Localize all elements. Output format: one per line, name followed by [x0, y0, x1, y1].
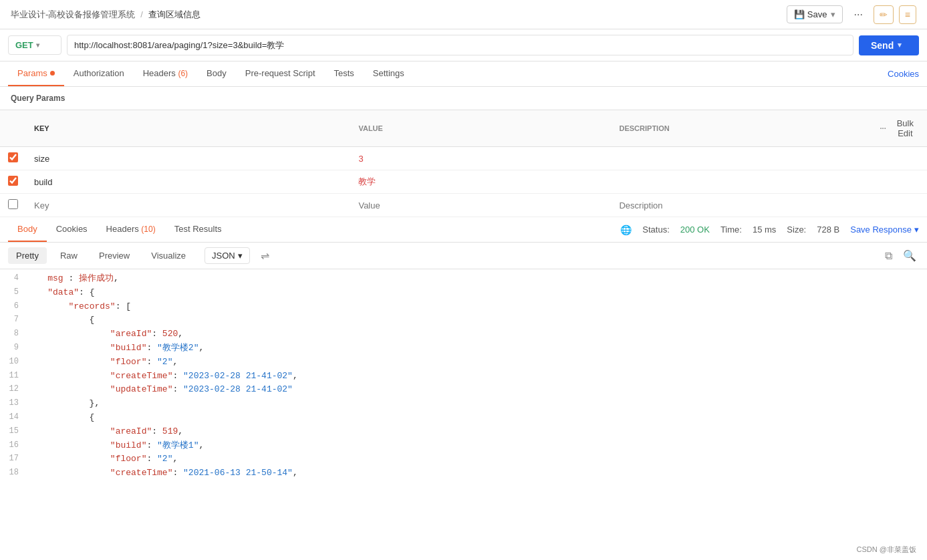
method-label: GET — [15, 40, 33, 50]
line-content-10: "floor": "2", — [27, 356, 927, 370]
url-input[interactable] — [67, 35, 853, 55]
save-response-chevron-icon: ▾ — [914, 225, 919, 235]
response-tab-test-label: Test Results — [174, 224, 222, 234]
row3-value[interactable] — [350, 194, 611, 217]
breadcrumb-1: 毕业设计-高校设备报修管理系统 — [11, 9, 135, 21]
format-raw[interactable]: Raw — [52, 247, 86, 264]
format-visualize[interactable]: Visualize — [143, 247, 194, 264]
url-bar: GET ▾ Send ▾ — [0, 29, 927, 61]
line-content-8: "areaId": 520, — [27, 327, 927, 341]
code-line-18: 18 "createTime": "2021-06-13 21-50-14", — [0, 466, 927, 480]
response-tab-body-label: Body — [17, 224, 37, 234]
line-num-5: 5 — [0, 286, 27, 299]
save-response-label: Save Response — [850, 225, 912, 235]
line-num-11: 11 — [0, 370, 27, 382]
response-tab-body[interactable]: Body — [8, 217, 47, 242]
response-tabs: Body Cookies Headers (10) Test Results 🌐… — [0, 217, 927, 243]
row1-desc — [611, 147, 872, 170]
tab-prerequest[interactable]: Pre-request Script — [236, 61, 325, 86]
json-chevron-icon: ▾ — [238, 251, 243, 261]
edit-button[interactable]: ✏ — [874, 5, 894, 24]
line-content-7: { — [27, 313, 927, 327]
response-tab-cookies[interactable]: Cookies — [47, 217, 97, 242]
tab-tests-label: Tests — [334, 68, 354, 78]
method-chevron-icon: ▾ — [36, 41, 39, 49]
params-table: KEY VALUE DESCRIPTION ··· Bulk Edit size… — [0, 110, 927, 217]
format-preview-label: Preview — [99, 251, 130, 261]
code-line-11: 11 "createTime": "2023-02-28 21-41-02", — [0, 370, 927, 384]
size-value: 728 B — [817, 225, 839, 235]
response-tab-cookies-label: Cookies — [56, 224, 88, 234]
code-viewer: 4 msg : 操作成功, 5 "data": { 6 "records": [… — [0, 269, 927, 482]
bulk-edit-button[interactable]: Bulk Edit — [892, 116, 919, 141]
search-button[interactable]: 🔍 — [900, 247, 919, 265]
send-button[interactable]: Send ▾ — [859, 35, 919, 55]
row1-checkbox[interactable] — [8, 152, 18, 162]
status-code: 200 OK — [680, 225, 710, 235]
line-content-12: "updateTime": "2023-02-28 21-41-02" — [27, 383, 927, 397]
save-button[interactable]: 💾 Save ▾ — [787, 5, 843, 23]
line-content-11: "createTime": "2023-02-28 21-41-02", — [27, 370, 927, 384]
row3-checkbox[interactable] — [8, 199, 18, 209]
tab-prerequest-label: Pre-request Script — [245, 68, 315, 78]
time-label: Time: — [720, 225, 742, 235]
th-key: KEY — [26, 110, 350, 147]
response-tab-test-results[interactable]: Test Results — [165, 217, 231, 242]
row3-desc[interactable] — [611, 194, 872, 217]
line-num-15: 15 — [0, 425, 27, 438]
line-num-13: 13 — [0, 397, 27, 410]
tab-params[interactable]: Params — [8, 61, 64, 86]
row3-key-input[interactable] — [34, 200, 342, 211]
tab-headers[interactable]: Headers (6) — [134, 61, 197, 86]
more-button[interactable]: ··· — [848, 6, 868, 23]
json-type-select[interactable]: JSON ▾ — [205, 247, 250, 264]
table-row: build 教学 — [0, 170, 927, 194]
line-num-12: 12 — [0, 383, 27, 396]
row3-check-cell — [0, 194, 26, 217]
tab-settings-label: Settings — [373, 68, 404, 78]
row3-value-input[interactable] — [358, 200, 603, 211]
tab-tests[interactable]: Tests — [325, 61, 364, 86]
top-bar-actions: 💾 Save ▾ ··· ✏ ≡ — [787, 5, 916, 24]
filter-icon[interactable]: ⇌ — [258, 247, 272, 265]
body-toolbar: Pretty Raw Preview Visualize JSON ▾ ⇌ ⧉ … — [0, 243, 927, 269]
code-line-12: 12 "updateTime": "2023-02-28 21-41-02" — [0, 383, 927, 397]
format-pretty[interactable]: Pretty — [8, 247, 47, 264]
row2-checkbox[interactable] — [8, 176, 18, 186]
top-bar: 毕业设计-高校设备报修管理系统 / 查询区域信息 💾 Save ▾ ··· ✏ … — [0, 0, 927, 29]
line-num-6: 6 — [0, 300, 27, 313]
query-params-label: Query Params — [0, 87, 927, 110]
cookies-link[interactable]: Cookies — [888, 62, 919, 86]
json-type-label: JSON — [212, 251, 235, 261]
save-icon: 💾 — [794, 9, 805, 19]
th-value: VALUE — [350, 110, 611, 147]
table-row — [0, 194, 927, 217]
params-dot — [50, 71, 55, 76]
row3-desc-input[interactable] — [619, 200, 864, 211]
globe-icon: 🌐 — [620, 225, 632, 235]
breadcrumb-2: 查询区域信息 — [148, 9, 201, 21]
row3-key[interactable] — [26, 194, 350, 217]
response-status: 🌐 Status: 200 OK Time: 15 ms Size: 728 B… — [620, 225, 919, 235]
doc-button[interactable]: ≡ — [899, 5, 916, 24]
response-tab-headers[interactable]: Headers (10) — [97, 217, 165, 242]
line-content-18: "createTime": "2021-06-13 21-50-14", — [27, 466, 927, 480]
line-num-16: 16 — [0, 439, 27, 452]
tab-authorization[interactable]: Authorization — [64, 61, 134, 86]
line-num-4: 4 — [0, 272, 27, 285]
method-select[interactable]: GET ▾ — [8, 35, 61, 55]
format-preview[interactable]: Preview — [91, 247, 138, 264]
code-line-15: 15 "areaId": 519, — [0, 425, 927, 439]
tab-settings[interactable]: Settings — [364, 61, 414, 86]
row3-actions — [872, 194, 927, 217]
code-line-10: 10 "floor": "2", — [0, 356, 927, 370]
line-num-10: 10 — [0, 356, 27, 368]
save-response-button[interactable]: Save Response ▾ — [850, 225, 919, 235]
separator: / — [140, 9, 143, 19]
table-row: size 3 — [0, 147, 927, 170]
th-more-icon[interactable]: ··· — [880, 124, 886, 132]
line-content-5: "data": { — [27, 286, 927, 300]
request-tabs: Params Authorization Headers (6) Body Pr… — [0, 61, 927, 87]
copy-button[interactable]: ⧉ — [882, 247, 895, 265]
tab-body[interactable]: Body — [197, 61, 236, 86]
